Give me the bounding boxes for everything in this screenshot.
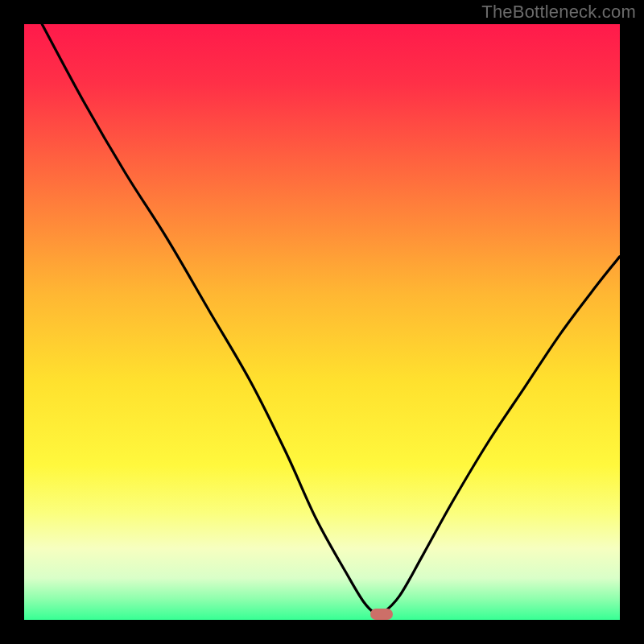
chart-frame: TheBottleneck.com bbox=[0, 0, 644, 644]
watermark-text: TheBottleneck.com bbox=[481, 2, 636, 23]
optimal-point-marker bbox=[370, 609, 393, 620]
bottleneck-curve bbox=[24, 24, 620, 620]
plot-area bbox=[24, 24, 620, 620]
